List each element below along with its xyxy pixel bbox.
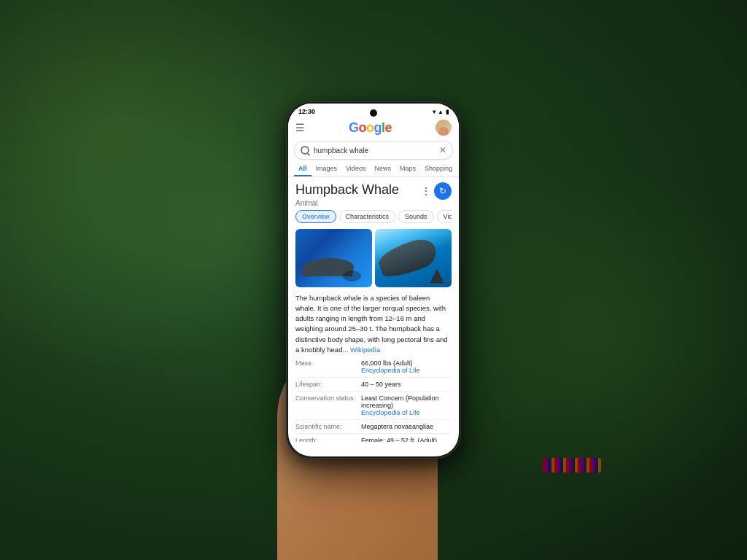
fact-label-conservation: Conservation status:: [295, 394, 361, 416]
google-logo: Google: [349, 120, 392, 136]
fact-length: Length: Female: 49 – 52 ft. (Adult), Mal…: [295, 437, 452, 442]
status-icons: ▾ ▲ ▮: [433, 109, 449, 115]
search-icon: [301, 146, 309, 155]
chip-videos[interactable]: Videos: [437, 210, 452, 223]
fact-conservation: Conservation status: Least Concern (Popu…: [295, 394, 452, 420]
fact-label-length: Length:: [295, 437, 361, 442]
chip-overview[interactable]: Overview: [295, 210, 336, 223]
kp-actions: ⋮ ↻: [421, 182, 452, 200]
kp-subtitle: Animal: [295, 199, 399, 207]
fact-mass: Mass: 66,000 lbs (Adult) Encyclopedia of…: [295, 359, 452, 378]
tab-images[interactable]: Images: [311, 162, 342, 176]
knowledge-panel-header: Humpback Whale Animal ⋮ ↻: [295, 182, 452, 207]
fact-value-scientific: Megaptera novaeangliae: [361, 423, 452, 430]
content-area: Humpback Whale Animal ⋮ ↻ Overview: [288, 176, 459, 442]
hamburger-menu[interactable]: ☰: [295, 122, 305, 133]
search-query[interactable]: humpback whale: [314, 147, 439, 155]
battery-icon: ▮: [446, 109, 449, 115]
logo-e: e: [385, 120, 392, 135]
category-chips: Overview Characteristics Sounds Videos: [295, 210, 452, 223]
tab-videos[interactable]: Videos: [341, 162, 370, 176]
fact-lifespan: Lifespan: 40 – 50 years: [295, 381, 452, 392]
avatar[interactable]: [436, 120, 452, 136]
status-time: 12:30: [298, 108, 315, 115]
logo-g: G: [349, 120, 359, 135]
search-bar[interactable]: humpback whale ✕: [294, 141, 453, 160]
more-options-button[interactable]: ⋮: [421, 185, 431, 197]
fact-label-scientific: Scientific name:: [295, 423, 361, 430]
refresh-button[interactable]: ↻: [434, 182, 452, 200]
fact-value-conservation: Least Concern (Population increasing)Enc…: [361, 394, 452, 416]
fact-link-conservation[interactable]: Encyclopedia of Life: [361, 409, 420, 416]
fact-scientific-name: Scientific name: Megaptera novaeangliae: [295, 423, 452, 434]
fact-label-lifespan: Lifespan:: [295, 381, 361, 388]
whale-image-1[interactable]: [295, 229, 372, 287]
search-clear-button[interactable]: ✕: [439, 145, 446, 155]
refresh-icon: ↻: [439, 186, 446, 196]
kp-title-area: Humpback Whale Animal: [295, 182, 399, 207]
nav-tabs: All Images Videos News Maps Shopping: [288, 162, 459, 176]
wikipedia-link[interactable]: Wikipedia: [350, 346, 380, 354]
description-text: The humpback whale is a species of balee…: [295, 293, 452, 356]
fact-link-mass[interactable]: Encyclopedia of Life: [361, 367, 420, 374]
tab-shopping[interactable]: Shopping: [420, 162, 457, 176]
chip-characteristics[interactable]: Characteristics: [339, 210, 396, 223]
camera-hole: [370, 109, 377, 117]
whale-image-2[interactable]: [375, 229, 452, 287]
logo-g2: g: [374, 120, 382, 135]
fact-label-mass: Mass:: [295, 359, 361, 374]
fact-value-length: Female: 49 – 52 ft. (Adult), Male: 43 – …: [361, 437, 452, 442]
kp-title: Humpback Whale: [295, 182, 399, 198]
google-header: ☰ Google: [288, 117, 459, 139]
tab-all[interactable]: All: [294, 162, 311, 176]
phone-device: 12:30 ▾ ▲ ▮ ☰ Google: [286, 101, 461, 459]
signal-icon: ▲: [438, 109, 444, 115]
phone-screen: 12:30 ▾ ▲ ▮ ☰ Google: [288, 104, 459, 456]
tab-maps[interactable]: Maps: [395, 162, 420, 176]
wifi-icon: ▾: [433, 109, 436, 115]
phone-wrapper: 12:30 ▾ ▲ ▮ ☰ Google: [286, 101, 461, 459]
bracelet-decoration: [543, 458, 601, 472]
fact-value-lifespan: 40 – 50 years: [361, 381, 452, 388]
logo-o1: o: [358, 120, 366, 135]
whale-images: [295, 229, 452, 287]
fact-value-mass: 66,000 lbs (Adult) Encyclopedia of Life: [361, 359, 452, 374]
scene: 12:30 ▾ ▲ ▮ ☰ Google: [0, 0, 747, 560]
tab-news[interactable]: News: [370, 162, 395, 176]
chip-sounds[interactable]: Sounds: [398, 210, 434, 223]
logo-o2: o: [366, 120, 374, 135]
